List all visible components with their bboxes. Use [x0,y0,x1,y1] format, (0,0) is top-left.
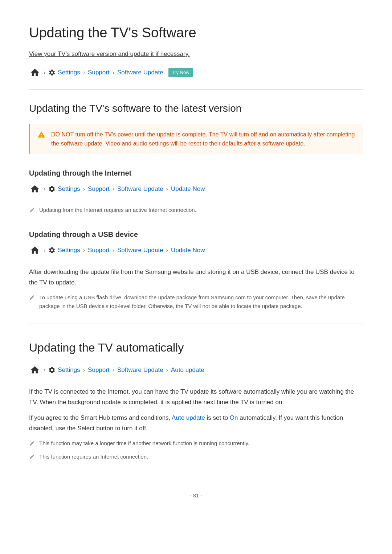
divider-1 [29,89,363,90]
sep-a1: › [44,365,45,375]
gear-icon-3 [48,247,56,254]
nav-software-update-link[interactable]: Software Update [117,67,163,77]
usb-body-text: After downloading the update file from t… [29,267,363,288]
divider-2 [29,324,363,324]
try-now-badge[interactable]: Try Now [168,68,193,78]
separator-3: › [113,68,114,77]
latest-version-section: Updating the TV's software to the latest… [29,100,363,154]
nav-support-link[interactable]: Support [88,67,110,77]
warning-box: DO NOT turn off the TV's power until the… [29,124,363,154]
sep-u1: › [44,246,45,255]
sep-i2: › [83,184,85,194]
auto-update-section: Updating the TV automatically › Settings… [29,338,363,462]
nav-settings-link[interactable]: Settings [58,67,80,77]
gear-icon [48,69,56,76]
pencil-icon-3 [29,440,35,449]
nav-path-usb: › Settings › Support › Software Update ›… [29,245,363,256]
nav-path-1: › Settings › Support › Software Update T… [29,67,363,78]
usb-section-title: Updating through a USB device [29,229,363,240]
nav-support-link-2[interactable]: Support [88,184,110,194]
pencil-icon-1 [29,207,35,216]
nav-path-internet: › Settings › Support › Software Update ›… [29,183,363,195]
page-subtitle: View your TV's software version and upda… [29,49,363,59]
usb-note-text: To update using a USB flash drive, downl… [39,293,363,311]
nav-software-update-link-3[interactable]: Software Update [117,245,163,255]
pencil-icon-4 [29,454,35,462]
internet-note: Updating from the Internet requires an a… [29,206,363,216]
auto-note-2: This function requires an Internet conne… [29,452,363,462]
separator-1: › [44,68,45,77]
nav-update-now-link-2[interactable]: Update Now [171,245,205,255]
separator-2: › [83,68,85,77]
internet-section-title: Updating through the Internet [29,167,363,179]
gear-icon-2 [48,185,56,193]
sep-u2: › [83,246,85,255]
nav-settings-link-2[interactable]: Settings [58,184,80,194]
home-icon-3 [29,245,41,256]
home-icon-2 [29,183,41,195]
nav-update-now-link[interactable]: Update Now [171,184,205,194]
usb-note: To update using a USB flash drive, downl… [29,293,363,311]
sep-i4: › [166,184,168,194]
internet-section: Updating through the Internet › Settings… [29,167,363,216]
sep-a4: › [166,365,168,375]
auto-body-text-1: If the TV is connected to the Internet, … [29,387,363,408]
warning-icon [37,131,45,142]
on-link[interactable]: On [230,414,238,421]
warning-text: DO NOT turn off the TV's power until the… [51,130,356,148]
home-icon [29,67,41,78]
nav-software-update-link-2[interactable]: Software Update [117,184,163,194]
page-title: Updating the TV's Software [29,22,363,44]
auto-update-inline-link[interactable]: Auto update [172,414,205,421]
auto-note-1-text: This function may take a longer time if … [39,439,249,448]
sep-a2: › [83,365,85,375]
sep-i3: › [113,184,114,194]
main-title-section: Updating the TV's Software View your TV'… [29,22,363,78]
sep-u4: › [166,246,168,255]
nav-settings-link-4[interactable]: Settings [58,365,80,375]
gear-icon-4 [48,366,56,374]
sep-a3: › [113,365,114,375]
latest-version-title: Updating the TV's software to the latest… [29,100,363,117]
auto-note-1: This function may take a longer time if … [29,439,363,449]
nav-auto-update-link[interactable]: Auto update [171,365,204,375]
nav-support-link-4[interactable]: Support [88,365,110,375]
nav-software-update-link-4[interactable]: Software Update [117,365,163,375]
usb-section: Updating through a USB device › Settings… [29,229,363,311]
auto-note-2-text: This function requires an Internet conne… [39,452,148,461]
nav-settings-link-3[interactable]: Settings [58,245,80,255]
page-number: - 81 - [29,491,363,500]
internet-note-text: Updating from the Internet requires an a… [39,206,196,214]
home-icon-4 [29,364,41,376]
auto-update-title: Updating the TV automatically [29,338,363,357]
nav-support-link-3[interactable]: Support [88,245,110,255]
sep-u3: › [113,246,114,255]
pencil-icon-2 [29,294,35,303]
nav-path-auto: › Settings › Support › Software Update ›… [29,364,363,376]
sep-i1: › [44,184,45,194]
auto-body-text-2: If you agree to the Smart Hub terms and … [29,413,363,434]
